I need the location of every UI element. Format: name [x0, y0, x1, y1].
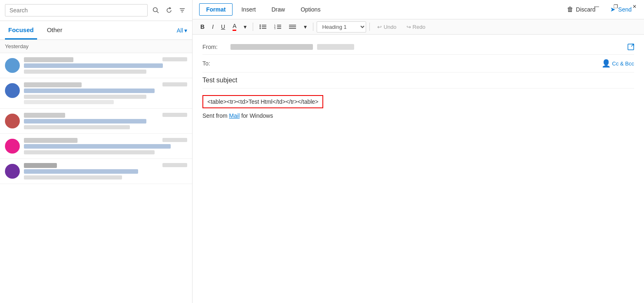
bullet-list-button[interactable] — [256, 22, 270, 31]
add-people-icon[interactable]: 👤 — [602, 59, 611, 68]
svg-point-7 — [260, 28, 261, 29]
to-row: To: 👤 Cc & Bcc — [202, 55, 634, 72]
font-color-button[interactable]: A — [230, 21, 239, 33]
font-color-icon: A — [233, 23, 236, 31]
numbered-list-button[interactable]: 1. 2. 3. — [271, 22, 284, 31]
filter-button[interactable] — [177, 5, 187, 15]
mail-item-content — [24, 113, 187, 129]
from-label: From: — [202, 44, 227, 50]
list-item[interactable] — [0, 53, 192, 78]
mail-date — [162, 57, 187, 61]
undo-button[interactable]: ↩ Undo — [373, 22, 400, 32]
avatar — [5, 83, 20, 98]
mail-date — [162, 163, 187, 167]
svg-point-0 — [153, 8, 157, 12]
svg-line-21 — [631, 44, 634, 47]
list-item[interactable] — [0, 134, 192, 159]
svg-text:3.: 3. — [274, 27, 276, 30]
underline-button[interactable]: U — [218, 22, 228, 32]
sent-from-suffix: for Windows — [240, 112, 273, 119]
avatar — [5, 139, 20, 154]
html-content-box: <table><tr><td>Test Html</td></tr></tabl… — [202, 95, 323, 108]
undo-icon: ↩ — [377, 24, 382, 30]
left-panel: Focused Other All ▾ Yesterday — [0, 0, 193, 303]
from-row: From: — [202, 40, 634, 55]
tab-focused[interactable]: Focused — [5, 21, 37, 40]
mail-sender — [24, 57, 73, 62]
redo-button[interactable]: ↪ Redo — [402, 22, 430, 32]
toolbar-divider-1 — [253, 23, 253, 31]
mail-preview-2 — [24, 100, 114, 104]
maximize-button[interactable]: ❐ — [606, 0, 625, 13]
close-button[interactable]: ✕ — [625, 0, 644, 13]
to-actions[interactable]: 👤 Cc & Bcc — [602, 59, 634, 68]
cc-bcc-label[interactable]: Cc & Bcc — [612, 61, 634, 67]
italic-button[interactable]: I — [209, 22, 216, 32]
search-icon — [153, 7, 159, 14]
search-bar — [0, 0, 192, 21]
list-item[interactable] — [0, 78, 192, 109]
mail-sender — [24, 163, 57, 168]
font-color-dropdown[interactable]: ▾ — [241, 22, 249, 32]
mail-date — [162, 82, 187, 86]
mail-link[interactable]: Mail — [229, 112, 240, 119]
subject-value: Test subject — [202, 77, 237, 84]
refresh-icon — [166, 7, 172, 14]
mail-subject — [24, 119, 146, 124]
mail-preview — [24, 175, 122, 179]
align-button[interactable] — [286, 22, 299, 31]
svg-line-1 — [157, 12, 159, 13]
mail-preview — [24, 150, 155, 154]
tab-other[interactable]: Other — [44, 21, 66, 40]
to-label: To: — [202, 60, 227, 67]
mail-item-content — [24, 138, 187, 154]
tab-format[interactable]: Format — [199, 3, 233, 16]
list-item[interactable] — [0, 109, 192, 134]
avatar — [5, 58, 20, 73]
bullet-list-icon — [259, 24, 267, 30]
bold-button[interactable]: B — [197, 22, 207, 32]
titlebar: — ❐ ✕ — [587, 0, 644, 13]
mail-item-content — [24, 57, 187, 74]
compose-tabs-row: Format Insert Draw Options 🗑 Discard ➤ S… — [193, 0, 644, 19]
from-actions[interactable] — [628, 44, 634, 50]
numbered-list-icon: 1. 2. 3. — [274, 24, 282, 30]
compose-body: From: To: 👤 Cc & Bcc Test subject — [193, 35, 644, 303]
minimize-button[interactable]: — — [587, 0, 606, 13]
svg-point-5 — [260, 25, 261, 26]
from-value-blurred — [230, 44, 313, 50]
mail-preview — [24, 95, 146, 99]
mail-list — [0, 53, 192, 303]
search-input[interactable] — [5, 4, 148, 16]
mail-subject — [24, 63, 163, 68]
mail-sender — [24, 113, 65, 118]
mail-sender — [24, 138, 78, 143]
subject-row[interactable]: Test subject — [202, 72, 634, 89]
email-body[interactable]: <table><tr><td>Test Html</td></tr></tabl… — [202, 89, 634, 298]
tab-draw[interactable]: Draw — [264, 3, 292, 16]
tab-insert[interactable]: Insert — [234, 3, 263, 16]
mail-item-content — [24, 163, 187, 179]
toolbar-divider-2 — [313, 23, 313, 31]
mail-subject — [24, 89, 155, 93]
search-icon-btn[interactable] — [151, 5, 161, 15]
mail-sender — [24, 82, 82, 87]
align-dropdown[interactable]: ▾ — [301, 22, 310, 32]
mail-item-content — [24, 82, 187, 104]
avatar — [5, 114, 20, 128]
redo-icon: ↪ — [407, 24, 411, 30]
trash-icon: 🗑 — [567, 6, 573, 13]
list-item[interactable] — [0, 159, 192, 184]
mail-preview — [24, 125, 130, 129]
chevron-down-icon: ▾ — [184, 27, 187, 34]
tab-all-filter[interactable]: All ▾ — [176, 27, 187, 34]
heading-select[interactable]: Heading 1 Heading 2 Heading 3 Normal Quo… — [317, 21, 366, 33]
align-icon — [289, 24, 296, 30]
tab-options[interactable]: Options — [294, 3, 327, 16]
section-label: Yesterday — [0, 40, 192, 53]
filter-icon — [179, 7, 186, 14]
mail-date — [162, 113, 187, 117]
refresh-button[interactable] — [164, 5, 174, 15]
format-toolbar: B I U A ▾ 1. 2. 3. — [193, 19, 644, 35]
avatar — [5, 164, 20, 179]
